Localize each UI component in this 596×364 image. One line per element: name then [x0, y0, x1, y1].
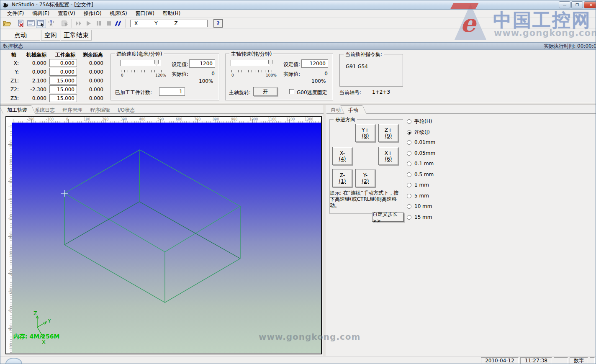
- menu-machine[interactable]: 机床(S): [107, 9, 131, 18]
- nc-status-title: 数控状态: [3, 43, 23, 50]
- horizontal-splitter[interactable]: [0, 102, 596, 105]
- menu-file[interactable]: 文件(F): [4, 9, 27, 18]
- workpiece-count-value[interactable]: 1: [159, 87, 185, 96]
- restore-button[interactable]: ❐: [571, 1, 583, 8]
- title-bar[interactable]: NcStudio - 75A标准配置 - [空文件] — ❐ ✕: [0, 0, 596, 10]
- feed-override-percent: 100%: [199, 78, 213, 84]
- ruler-vertical: 300 200 100 0 100 200 300 400 500 600 70…: [6, 123, 12, 353]
- menu-view[interactable]: 查看(V): [54, 9, 79, 18]
- result-cell: 正常结束: [61, 30, 92, 41]
- col-work-header: 工件坐标: [55, 51, 75, 59]
- spindle-scale-max: 100%: [266, 73, 277, 77]
- axis-y-label: Y: [154, 21, 157, 26]
- radio-step-10[interactable]: 10 mm: [407, 203, 432, 209]
- radio-step-05[interactable]: 0.5 mm: [407, 172, 434, 177]
- load-trace-button[interactable]: [60, 19, 70, 28]
- jog-z-plus-button[interactable]: Z+(9): [378, 124, 398, 142]
- radio-continuous[interactable]: 连续(J): [407, 129, 430, 136]
- spindle-override-slider[interactable]: [231, 60, 272, 66]
- minimize-button[interactable]: —: [559, 1, 570, 8]
- mode-cell[interactable]: 点动: [1, 30, 40, 41]
- document-delete-icon: [17, 20, 25, 27]
- g00-fixed-checkbox[interactable]: [289, 89, 294, 94]
- tab-io-status[interactable]: I/O状态: [113, 105, 143, 114]
- single-step-button[interactable]: [74, 19, 84, 28]
- ruler-horizontal: -200 -100 0 100 200 300 400 500 600 700 …: [12, 117, 321, 123]
- toolbar-separator: [58, 19, 58, 28]
- jog-hint-text: 提示: 在“连续”手动方式下，按下高速键(或CTRL键)则高速移动。: [330, 190, 403, 209]
- menu-operate[interactable]: 操作(O): [80, 9, 105, 18]
- work-coord-box[interactable]: 15.000: [49, 85, 77, 93]
- tab-machining-trace[interactable]: 加工轨迹: [3, 105, 36, 114]
- radio-step-5[interactable]: 5 mm: [407, 193, 429, 199]
- menu-help[interactable]: 帮助(H): [159, 9, 184, 18]
- work-coord-box[interactable]: 0.000: [49, 59, 77, 67]
- pause-button[interactable]: [94, 19, 104, 28]
- input-mode-cell: 数字: [570, 357, 588, 364]
- jog-x-minus-button[interactable]: X-(4): [332, 147, 352, 165]
- play-icon-disabled: [86, 21, 92, 26]
- axis-y-glyph: Y: [47, 318, 51, 324]
- radio-step-01[interactable]: 0.1 mm: [407, 161, 434, 167]
- radio-handwheel[interactable]: 手轮(H): [407, 118, 432, 125]
- axis-x-label: X: [134, 21, 138, 26]
- open-file-button[interactable]: [2, 19, 12, 28]
- simulate-button[interactable]: [46, 19, 56, 28]
- trace-canvas[interactable]: Z Y X 内存: 4M/256M www.gongkong.com: [12, 123, 321, 353]
- radio-step-1[interactable]: 1 mm: [407, 182, 429, 188]
- state-cell: 空闲: [41, 30, 60, 41]
- nc-status-panel: 轴 机械坐标 工件坐标 剩余距离 X: 0.000 0.000 0.000 Y:…: [0, 50, 596, 102]
- col-mech-header: 机械坐标: [26, 51, 46, 59]
- radio-icon: [407, 151, 411, 156]
- toolbar-separator: [72, 19, 72, 28]
- jog-y-minus-button[interactable]: Y-(2): [355, 169, 375, 187]
- work-coord-box[interactable]: 0.000: [49, 68, 77, 76]
- tab-manual[interactable]: 手动: [344, 105, 367, 114]
- pause-icon-disabled: [96, 21, 101, 26]
- remaining-dist: 0.000: [79, 78, 103, 84]
- radio-icon: [407, 183, 411, 187]
- jog-z-minus-button[interactable]: Z-(1): [332, 169, 352, 187]
- start-button[interactable]: [84, 19, 94, 28]
- antenna-signal-icon: [47, 20, 55, 27]
- menu-edit[interactable]: 编辑(E): [29, 9, 53, 18]
- axis-select-box[interactable]: X Y Z: [130, 20, 208, 27]
- mech-coord: 0.000: [22, 60, 46, 66]
- help-button[interactable]: ?: [213, 19, 223, 28]
- right-tab-strip: 自动 手动: [326, 105, 596, 114]
- menu-window[interactable]: 窗口(W): [132, 9, 158, 18]
- axis-z-glyph: Z: [33, 310, 37, 316]
- breakpoint-resume-button[interactable]: [114, 19, 124, 28]
- radio-step-005[interactable]: 0.05mm: [407, 150, 435, 156]
- spindle-actual-value: 0: [319, 71, 328, 77]
- work-coord-box[interactable]: 15.000: [49, 94, 77, 102]
- mech-coord: -2.300: [22, 87, 46, 92]
- feed-set-value[interactable]: 1200: [189, 59, 215, 68]
- stop-icon-disabled: [106, 21, 111, 26]
- current-axis-label: 当前轴号:: [339, 89, 361, 96]
- spindle-override-percent: 100%: [311, 78, 326, 84]
- remaining-dist: 0.000: [79, 60, 103, 66]
- workpiece-count-label: 已加工工件计数:: [115, 89, 152, 96]
- jog-y-plus-button[interactable]: Y+(8): [355, 124, 375, 142]
- close-button[interactable]: ✕: [584, 1, 596, 8]
- remaining-dist: 0.000: [79, 95, 103, 101]
- radio-icon: [407, 194, 411, 198]
- feed-scale-max: 120%: [155, 73, 166, 77]
- jog-x-plus-button[interactable]: X+(6): [378, 147, 398, 165]
- edit-program-button[interactable]: [36, 19, 46, 28]
- unload-program-button[interactable]: [16, 19, 26, 28]
- spindle-on-button[interactable]: 开: [253, 87, 277, 96]
- menu-bar: 文件(F) 编辑(E) 查看(V) 操作(O) 机床(S) 窗口(W) 帮助(H…: [0, 10, 596, 18]
- radio-step-001[interactable]: 0.01mm: [407, 139, 435, 145]
- radio-step-15[interactable]: 15 mm: [407, 214, 432, 220]
- open-program-list-button[interactable]: [26, 19, 36, 28]
- stop-button[interactable]: [104, 19, 114, 28]
- memory-indicator: 内存: 4M/256M: [13, 333, 59, 341]
- custom-step-button[interactable]: 自定义步长>>: [372, 213, 404, 222]
- date-cell: 2010-04-12: [481, 357, 519, 364]
- spindle-set-value[interactable]: 12000: [301, 59, 328, 68]
- vertical-splitter[interactable]: [323, 105, 326, 356]
- work-coord-box[interactable]: 15.000: [49, 77, 77, 85]
- feed-rate-title: 进给速度(毫米/分钟): [115, 51, 164, 58]
